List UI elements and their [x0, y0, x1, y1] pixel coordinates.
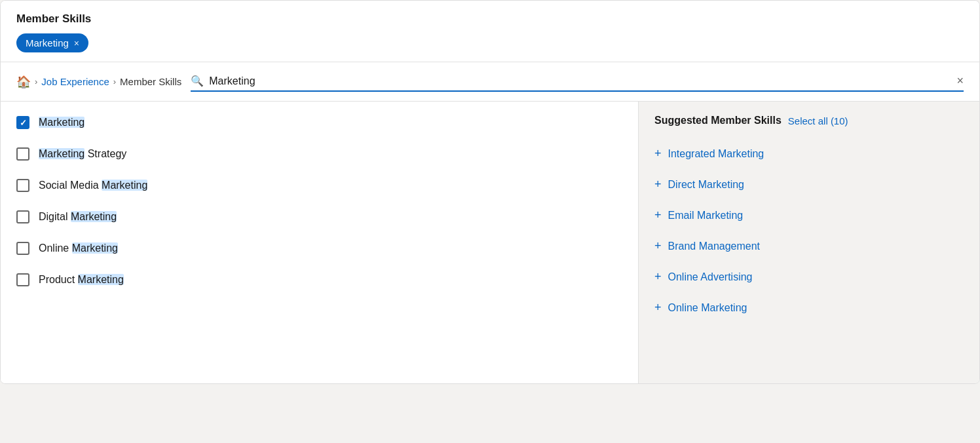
suggested-item-online-marketing[interactable]: + Online Marketing: [654, 292, 964, 323]
search-input[interactable]: [209, 75, 951, 87]
plus-icon: +: [654, 301, 662, 315]
suggested-item-online-advertising[interactable]: + Online Advertising: [654, 261, 964, 292]
breadcrumb-job-experience[interactable]: Job Experience: [41, 76, 109, 87]
list-item[interactable]: Social Media Marketing: [1, 170, 638, 201]
checkbox-marketing[interactable]: [16, 116, 29, 129]
highlight-digital-marketing: Marketing: [71, 211, 117, 222]
main-content: Marketing Marketing Strategy Social Medi…: [1, 102, 979, 383]
search-bar-section: 🏠 › Job Experience › Member Skills 🔍 ×: [1, 62, 979, 102]
search-icon: 🔍: [191, 75, 204, 87]
suggested-label-brand-management: Brand Management: [668, 241, 761, 252]
breadcrumb-member-skills: Member Skills: [120, 76, 181, 87]
checkbox-label-online-marketing: Online Marketing: [39, 242, 118, 254]
checkbox-label-social-media-marketing: Social Media Marketing: [39, 180, 147, 191]
suggested-title: Suggested Member Skills: [654, 115, 782, 126]
checkbox-online-marketing[interactable]: [16, 242, 29, 255]
left-panel: Marketing Marketing Strategy Social Medi…: [1, 102, 639, 383]
plus-icon: +: [654, 270, 662, 284]
right-panel: Suggested Member Skills Select all (10) …: [639, 102, 979, 383]
breadcrumb-separator-2: ›: [113, 77, 116, 87]
suggested-label-integrated-marketing: Integrated Marketing: [668, 148, 764, 160]
breadcrumb-separator-1: ›: [35, 77, 37, 87]
checkbox-social-media-marketing[interactable]: [16, 179, 29, 192]
home-icon[interactable]: 🏠: [16, 75, 31, 89]
checkbox-marketing-strategy[interactable]: [16, 147, 29, 161]
suggested-label-online-marketing: Online Marketing: [668, 302, 747, 314]
list-item[interactable]: Online Marketing: [1, 233, 638, 264]
skill-tag[interactable]: Marketing ×: [16, 33, 88, 52]
select-all-button[interactable]: Select all (10): [788, 115, 848, 126]
suggested-item-direct-marketing[interactable]: + Direct Marketing: [654, 169, 964, 200]
list-item[interactable]: Marketing Strategy: [1, 138, 638, 170]
highlight-product-marketing: Marketing: [78, 274, 124, 285]
member-skills-header: Member Skills Marketing ×: [1, 1, 979, 62]
suggested-label-email-marketing: Email Marketing: [668, 210, 744, 222]
plus-icon: +: [654, 178, 662, 191]
checkbox-label-marketing-strategy: Marketing Strategy: [39, 148, 126, 160]
search-wrapper: 🔍 ×: [191, 71, 964, 92]
checkbox-product-marketing[interactable]: [16, 273, 29, 286]
plus-icon: +: [654, 239, 662, 253]
highlight-online-marketing: Marketing: [72, 242, 118, 254]
suggested-header: Suggested Member Skills Select all (10): [654, 115, 964, 126]
breadcrumb: 🏠 › Job Experience › Member Skills: [16, 75, 181, 89]
list-item[interactable]: Digital Marketing: [1, 201, 638, 233]
list-item[interactable]: Product Marketing: [1, 264, 638, 296]
suggested-item-integrated-marketing[interactable]: + Integrated Marketing: [654, 138, 964, 169]
search-clear-button[interactable]: ×: [956, 74, 964, 88]
checkbox-label-product-marketing: Product Marketing: [39, 274, 124, 286]
skill-tag-remove-button[interactable]: ×: [74, 38, 79, 48]
checkbox-label-digital-marketing: Digital Marketing: [39, 211, 117, 223]
highlight-social-media-marketing: Marketing: [102, 180, 147, 191]
member-skills-title: Member Skills: [16, 12, 964, 26]
highlight-marketing: Marketing: [39, 117, 85, 128]
plus-icon: +: [654, 147, 662, 161]
skill-tag-label: Marketing: [26, 37, 69, 48]
suggested-label-online-advertising: Online Advertising: [668, 271, 753, 283]
suggested-item-email-marketing[interactable]: + Email Marketing: [654, 200, 964, 231]
checkbox-digital-marketing[interactable]: [16, 210, 29, 223]
checkbox-label-marketing: Marketing: [39, 117, 85, 128]
highlight-marketing-strategy: Marketing: [39, 148, 85, 159]
suggested-item-brand-management[interactable]: + Brand Management: [654, 231, 964, 261]
plus-icon: +: [654, 208, 662, 222]
list-item[interactable]: Marketing: [1, 107, 638, 138]
suggested-label-direct-marketing: Direct Marketing: [668, 179, 744, 191]
main-container: Member Skills Marketing × 🏠 › Job Experi…: [0, 0, 980, 384]
